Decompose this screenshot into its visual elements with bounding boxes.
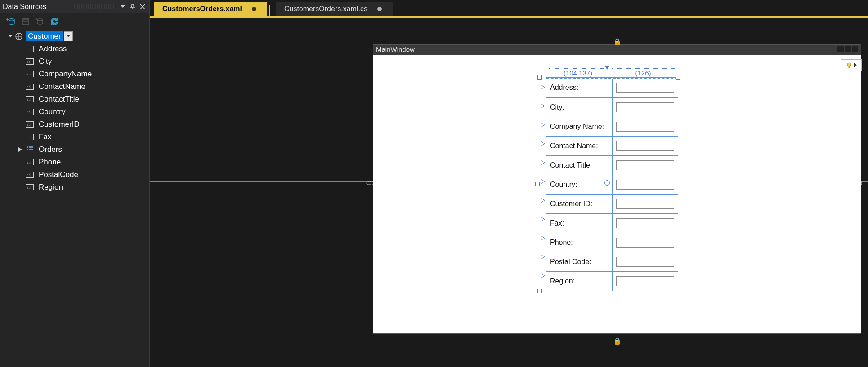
tree-label[interactable]: PostalCode (37, 170, 80, 180)
dirty-indicator-icon (252, 7, 256, 11)
text-input[interactable] (616, 180, 674, 190)
tree-node-postalcode[interactable]: ablPostalCode (1, 168, 148, 181)
column-width-value: (126) (635, 69, 651, 77)
tree-node-phone[interactable]: ablPhone (1, 156, 148, 168)
tree-label[interactable]: CompanyName (37, 69, 94, 79)
window-canvas[interactable]: MainWindow 🔒 🔒 (104.137) (373, 45, 861, 333)
tab-customersorders-xaml[interactable]: CustomersOrders.xaml (154, 2, 267, 16)
form-row[interactable]: Contact Title: (546, 155, 678, 175)
form-label: City: (546, 98, 613, 117)
panel-toolbar (0, 13, 149, 28)
row-marker-icon (541, 217, 546, 222)
svg-point-0 (9, 19, 14, 21)
edit-datasource-icon[interactable] (21, 17, 31, 27)
form-row[interactable]: City: (546, 97, 678, 117)
grid-icon (25, 145, 34, 154)
quick-actions-hint[interactable] (841, 59, 862, 71)
expand-icon[interactable] (7, 33, 13, 40)
tree-label[interactable]: Region (37, 182, 65, 192)
tree-label[interactable]: Fax (37, 132, 53, 142)
tree-label[interactable]: Address (37, 44, 68, 54)
vertical-guide (547, 77, 547, 291)
add-datasource-icon[interactable] (6, 17, 16, 27)
form-row[interactable]: Region: (546, 271, 678, 291)
form-row[interactable]: Fax: (546, 213, 678, 233)
text-input[interactable] (616, 238, 674, 248)
tree-node-city[interactable]: ablCity (1, 55, 148, 68)
data-sources-tree[interactable]: Customer ablAddressablCityablCompanyName… (0, 28, 149, 195)
tab-customersorders-xaml-cs[interactable]: CustomersOrders.xaml.cs (276, 2, 393, 16)
form-row[interactable]: Company Name: (546, 117, 678, 136)
resize-handle[interactable] (676, 289, 680, 293)
text-field-icon: abl (25, 57, 34, 66)
form-row[interactable]: Country: (546, 175, 678, 194)
row-marker-icon (541, 198, 546, 203)
configure-datasource-icon[interactable] (35, 17, 45, 27)
resize-handle[interactable] (535, 182, 540, 186)
tree-node-customerid[interactable]: ablCustomerID (1, 118, 148, 131)
text-input[interactable] (616, 218, 674, 228)
text-input[interactable] (616, 122, 674, 132)
tree-node-region[interactable]: ablRegion (1, 181, 148, 194)
tree-node-fax[interactable]: ablFax (1, 131, 148, 143)
tree-node-customer[interactable]: Customer (1, 30, 148, 43)
resize-handle[interactable] (537, 75, 542, 80)
tree-node-companyname[interactable]: ablCompanyName (1, 68, 148, 80)
svg-rect-22 (29, 146, 31, 148)
resize-handle[interactable] (537, 289, 542, 293)
tree-label[interactable]: Country (37, 107, 67, 117)
form-row[interactable]: Customer ID: (546, 194, 678, 213)
tree-node-contacttitle[interactable]: ablContactTitle (1, 93, 148, 106)
row-marker-icon (541, 235, 546, 241)
panel-dropdown-icon[interactable] (119, 3, 127, 11)
row-marker-icon (541, 84, 546, 90)
tree-node-country[interactable]: ablCountry (1, 106, 148, 118)
tree-label[interactable]: ContactTitle (37, 94, 81, 104)
dropped-grid-selection[interactable]: (104.137) (126) Address:City:Co (540, 77, 678, 291)
refresh-icon[interactable] (49, 17, 59, 27)
chevron-right-icon (854, 63, 857, 67)
row-marker-icon (541, 254, 546, 260)
tree-node-contactname[interactable]: ablContactName (1, 80, 148, 93)
xaml-designer-surface[interactable]: ⊂⊃ ⊂⊃ MainWindow 🔒 🔒 (150, 18, 868, 367)
tree-label[interactable]: ContactName (37, 82, 87, 92)
form-input-cell (613, 156, 678, 175)
resize-handle[interactable] (676, 182, 680, 186)
tree-label[interactable]: Customer (26, 31, 63, 41)
form-row[interactable]: Contact Name: (546, 136, 678, 155)
svg-text:abl: abl (27, 47, 32, 51)
svg-text:abl: abl (27, 173, 32, 177)
form-row[interactable]: Address: (546, 78, 678, 97)
text-input[interactable] (616, 141, 674, 151)
text-field-icon: abl (25, 170, 34, 179)
resize-handle[interactable] (676, 75, 680, 80)
form-label: Address: (546, 79, 613, 97)
text-input[interactable] (616, 257, 674, 267)
form-label: Postal Code: (546, 252, 613, 271)
close-icon[interactable] (139, 3, 147, 11)
tree-label[interactable]: Phone (37, 157, 63, 167)
expand-icon[interactable] (17, 146, 23, 153)
form-label: Customer ID: (546, 195, 613, 213)
tree-node-orders[interactable]: Orders (1, 143, 148, 156)
tree-label[interactable]: CustomerID (37, 119, 81, 129)
field-type-dropdown[interactable] (64, 31, 73, 41)
form-label: Phone: (546, 233, 613, 252)
svg-text:abl: abl (27, 123, 32, 127)
text-input[interactable] (616, 276, 674, 286)
panel-title-bar[interactable]: Data Sources (0, 0, 149, 13)
pin-icon[interactable] (129, 3, 137, 11)
tree-label[interactable]: Orders (37, 145, 64, 155)
svg-rect-1 (22, 18, 29, 25)
form-row[interactable]: Postal Code: (546, 252, 678, 271)
form-row[interactable]: Phone: (546, 233, 678, 252)
form-grid[interactable]: Address:City:Company Name:Contact Name:C… (546, 77, 678, 291)
text-input[interactable] (616, 160, 674, 170)
text-input[interactable] (616, 83, 674, 93)
text-input[interactable] (616, 199, 674, 209)
form-input-cell (613, 117, 678, 136)
window-min-icon (837, 46, 844, 52)
tree-label[interactable]: City (37, 57, 54, 66)
tree-node-address[interactable]: ablAddress (1, 43, 148, 55)
text-input[interactable] (616, 102, 674, 112)
